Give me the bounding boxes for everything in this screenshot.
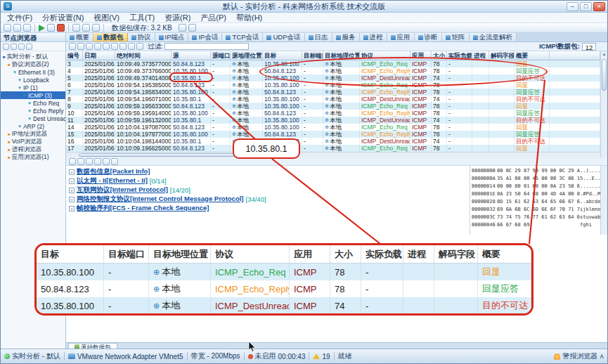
sidebar-item-7[interactable]: ▼Echo Reply — [1, 107, 65, 115]
table-row[interactable]: 152025/01/0610:10:04.19787700010.35.80.1… — [66, 131, 600, 138]
menu-item-4[interactable]: 资源(R) — [160, 13, 195, 23]
delete-filter-icon[interactable] — [18, 44, 25, 50]
add-filter-icon[interactable] — [3, 44, 9, 50]
tab-10[interactable]: 应用 — [387, 33, 415, 42]
menu-item-0[interactable]: 文件(F) — [2, 13, 37, 23]
sidebar-item-4[interactable]: ▼IP (1) — [1, 84, 65, 91]
decode-item[interactable]: +网络控制报文协议[Internet Control Message Proto… — [69, 195, 470, 204]
sidebar-item-10[interactable]: ■IP地址浏览器 — [1, 130, 65, 138]
column-header-14[interactable]: 解码字段 — [489, 51, 515, 60]
open-file-icon[interactable] — [13, 24, 21, 32]
sidebar-item-8[interactable]: ▼Dest Unreach — [1, 115, 65, 122]
pause-capture-icon[interactable] — [47, 24, 55, 32]
alarm-explorer-button[interactable]: 警报浏览器 ˄ — [554, 351, 604, 361]
column-header-8[interactable]: 目标地理位置 — [323, 51, 360, 60]
tab-12[interactable]: 矩阵 — [442, 33, 470, 42]
table-row[interactable]: 52025/01/0610:09:49.37401400010.35.80.1-… — [66, 74, 600, 82]
decode-item[interactable]: +以太网 - II[Ethernet - II][0/14] — [69, 176, 470, 186]
prev-field-icon[interactable] — [86, 158, 93, 165]
menu-item-2[interactable]: 视图(V) — [89, 13, 124, 23]
tab-3[interactable]: IP端点 — [155, 33, 189, 42]
menu-item-3[interactable]: 工具(T) — [124, 13, 160, 23]
bookmark-icon[interactable] — [111, 158, 118, 165]
table-row[interactable]: 172025/01/0610:10:09.19662500050.84.8.12… — [66, 145, 600, 152]
prev-packet-icon[interactable] — [103, 43, 110, 50]
tab-8[interactable]: 服务 — [332, 33, 360, 42]
new-project-icon[interactable] — [4, 24, 11, 32]
column-header-11[interactable]: 大小 — [432, 51, 447, 60]
decode-item[interactable]: +互联网协议[Internet Protocol][14/20] — [69, 186, 470, 195]
table-row[interactable]: 142025/01/0610:10:04.19708700050.84.8.12… — [66, 124, 600, 131]
table-row[interactable]: 32025/01/0610:09:49.37357700050.84.8.123… — [66, 60, 600, 67]
decode-item[interactable]: +数据包信息[Packet Info] — [69, 167, 470, 176]
filter-input[interactable] — [164, 43, 249, 50]
column-header-12[interactable]: 实际负载 — [447, 51, 472, 60]
sidebar-item-5[interactable]: ▼ICMP (3) — [1, 91, 65, 99]
table-row[interactable]: 82025/01/0610:09:54.19607100010.35.80.1-… — [66, 96, 600, 103]
column-header-9[interactable]: 协议 — [360, 51, 410, 60]
save-icon[interactable] — [23, 24, 31, 32]
sidebar-item-13[interactable]: ■应用浏览器(1) — [1, 153, 65, 161]
sidebar-item-1[interactable]: ■协议浏览器(2) — [1, 60, 65, 68]
next-packet-icon[interactable] — [119, 43, 127, 50]
play-packets-icon[interactable] — [111, 43, 118, 50]
filter-funnel-icon[interactable] — [72, 24, 80, 32]
stop-capture-icon[interactable] — [57, 24, 65, 32]
columns-icon[interactable] — [136, 43, 143, 50]
close-button[interactable]: × — [593, 2, 605, 11]
decode-item[interactable]: +帧校验序列[FCS - Frame Check Sequence] — [69, 204, 470, 213]
packet-table-vscrollbar[interactable]: ▲ — [600, 51, 607, 157]
tab-1[interactable]: 数据包 — [93, 33, 128, 42]
sidebar-item-3[interactable]: ▼Loopback — [1, 76, 65, 84]
scroll-up-icon[interactable]: ▲ — [601, 51, 607, 58]
menu-item-1[interactable]: 分析设置(N) — [37, 13, 89, 23]
copy-icon[interactable] — [86, 43, 93, 50]
column-header-6[interactable]: 目标 — [263, 51, 302, 60]
table-row[interactable]: 62025/01/0610:09:54.19538500050.84.8.123… — [66, 82, 600, 89]
maximize-button[interactable]: □ — [580, 2, 592, 11]
tab-2[interactable]: 协议 — [128, 33, 155, 42]
help-icon[interactable] — [188, 24, 196, 32]
packet-table-hscrollbar[interactable] — [66, 152, 600, 157]
column-header-1[interactable]: 日期 — [83, 51, 115, 60]
last-packet-icon[interactable] — [128, 43, 135, 50]
table-row[interactable]: 162025/01/0610:10:04.19814400010.35.80.1… — [66, 138, 600, 145]
start-capture-icon[interactable] — [39, 25, 45, 32]
tab-9[interactable]: 进程 — [360, 33, 387, 42]
refresh-icon[interactable] — [26, 44, 32, 50]
network-adapter-icon[interactable] — [92, 24, 100, 32]
column-header-3[interactable]: 源 — [172, 51, 211, 60]
copy-field-icon[interactable] — [103, 158, 110, 165]
tab-4[interactable]: IP会话 — [188, 33, 222, 42]
settings-gear-icon[interactable] — [82, 24, 90, 32]
first-packet-icon[interactable] — [94, 43, 101, 50]
sidebar-item-12[interactable]: ■进程浏览器 — [1, 145, 65, 153]
column-header-7[interactable]: 目标端口 — [302, 51, 323, 60]
tab-7[interactable]: 日志 — [305, 33, 332, 42]
vscroll-thumb[interactable] — [602, 59, 607, 91]
sidebar-item-0[interactable]: ■实时分析 - 默认 — [1, 53, 65, 60]
sidebar-item-9[interactable]: ▼ARP (2) — [1, 122, 65, 130]
sidebar-item-11[interactable]: ■VoIP浏览器 — [1, 138, 65, 145]
buffer-settings-icon[interactable] — [179, 24, 186, 32]
sidebar-item-2[interactable]: ▼Ethernet II (3) — [1, 68, 65, 76]
sidebar-item-6[interactable]: ▼Echo Req — [1, 99, 65, 107]
table-row[interactable]: 42025/01/0610:09:49.37376600010.35.80.10… — [66, 67, 600, 74]
column-header-13[interactable]: 进程 — [472, 51, 489, 60]
tab-6[interactable]: UDP会话 — [263, 33, 304, 42]
column-header-5[interactable]: 源地理位置 — [231, 51, 263, 60]
minimize-button[interactable]: – — [567, 2, 578, 11]
table-row[interactable]: 102025/01/0610:09:59.19591400010.35.80.1… — [66, 110, 600, 117]
collapse-all-icon[interactable] — [77, 158, 84, 165]
table-row[interactable]: 92025/01/0610:09:59.19563300050.84.8.123… — [66, 103, 600, 110]
column-header-15[interactable]: 概要 — [515, 51, 550, 60]
table-row[interactable]: 112025/01/0610:09:59.19613200010.35.80.1… — [66, 117, 600, 124]
column-header-4[interactable]: 源端口 — [211, 51, 231, 60]
tab-13[interactable]: 全流量解析 — [470, 33, 517, 42]
column-header-0[interactable]: 编号 — [66, 51, 83, 60]
export-icon[interactable] — [69, 43, 76, 50]
column-header-10[interactable]: 应用 — [410, 51, 432, 60]
print-icon[interactable] — [77, 43, 84, 50]
next-field-icon[interactable] — [94, 158, 101, 165]
table-row[interactable]: 72025/01/0610:09:54.19583400010.35.80.10… — [66, 89, 600, 96]
